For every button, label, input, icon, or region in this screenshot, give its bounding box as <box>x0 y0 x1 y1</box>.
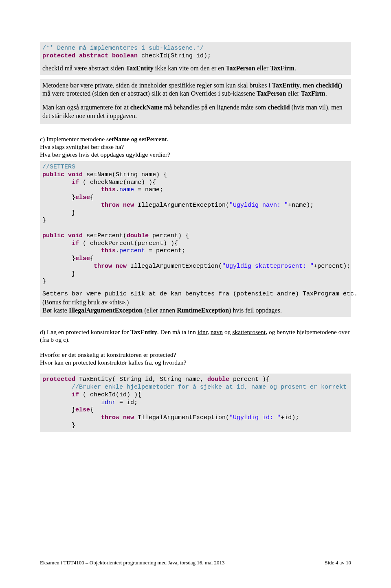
kw: this <box>101 186 116 193</box>
string: "Ugyldig navn: " <box>229 202 288 209</box>
text: ikke kan vite om den er en <box>154 65 226 72</box>
text: . <box>294 65 296 72</box>
code-text: } <box>42 217 46 224</box>
text: må behandles på en lignende måte som <box>163 104 268 111</box>
text: Hvorfor er det ønskelig at konstruktøren… <box>40 351 351 359</box>
code-text <box>42 186 101 193</box>
text: , <box>207 328 211 335</box>
code-text: checkId(String id); <box>138 52 211 59</box>
kw: throw new <box>101 414 134 421</box>
text-bold: TaxEntity <box>272 82 300 89</box>
kw: protected abstract boolean <box>42 52 138 59</box>
task-d-prompt: d) Lag en protected konstruktør for TaxE… <box>40 328 351 367</box>
code-text: { <box>90 194 94 201</box>
text: d) Lag en protected konstruktør for <box>40 328 130 335</box>
code-text: } <box>42 210 75 216</box>
text: Metodene bør være private, siden de inne… <box>42 82 272 89</box>
text: c) Implementer metodene s <box>40 136 109 142</box>
field: percent <box>119 247 145 254</box>
text-underline: skatteprosent <box>232 328 266 335</box>
code-text: percent ){ <box>229 376 270 383</box>
text: . Den må ta inn <box>157 328 198 335</box>
text: Hvor kan en protected konstruktør kalles… <box>40 359 351 367</box>
code-text: } <box>42 422 75 429</box>
kw: else <box>75 194 90 201</box>
text: eller <box>286 90 301 97</box>
code-text: Setters bør være public slik at de kan b… <box>42 291 358 297</box>
code-text: . <box>116 186 119 193</box>
code-text: } <box>42 278 46 285</box>
text-underline: idnr <box>198 328 207 335</box>
code-text <box>42 202 101 209</box>
text: Hva slags synlighet bør disse ha? <box>40 143 351 151</box>
text: ) hvis feil oppdages. <box>229 307 282 314</box>
text-bold: TaxEntity <box>130 328 157 335</box>
text: må være protected (siden den er abstract… <box>42 90 257 97</box>
kw: double <box>207 376 229 383</box>
code-text <box>42 391 72 398</box>
text: Man kan også argumentere for at <box>42 104 130 111</box>
kw: if <box>72 391 79 398</box>
code-text: setName(String name) { <box>83 171 167 178</box>
kw: if <box>72 179 79 186</box>
code-text: IllegalArgumentException( <box>127 263 222 270</box>
code-text: ( checkId(id) ){ <box>79 391 141 398</box>
kw: if <box>72 240 79 247</box>
code-text <box>42 414 101 421</box>
code-text: . <box>116 247 119 254</box>
kw: public void <box>42 171 83 178</box>
text-bold: TaxFirm <box>270 65 294 72</box>
task-c-prompt: c) Implementer metodene setName og setPe… <box>40 136 351 159</box>
kw: else <box>75 407 90 413</box>
text: . <box>325 90 327 97</box>
text-bold: etName og setPercent <box>109 136 167 142</box>
text: Hva bør gjøres hvis det oppdages ugyldig… <box>40 151 351 159</box>
text-bold: TaxPerson <box>226 65 255 72</box>
kw: public void <box>42 232 83 239</box>
code-block-setters: //SETTERS public void setName(String nam… <box>40 161 351 317</box>
code-text: = percent; <box>145 247 185 254</box>
code-text: TaxEntity( String id, String name, <box>75 376 207 383</box>
text-bold: TaxFirm <box>301 90 325 97</box>
answer-block-method-visibility: Metodene bør være private, siden de inne… <box>40 79 351 125</box>
javadoc-comment: /** Denne må implementeres i sub-klassen… <box>42 45 204 52</box>
code-text: +name); <box>288 202 314 209</box>
text-bold: RuntimeException <box>177 307 229 314</box>
code-text: IllegalArgumentException( <box>134 202 229 209</box>
text-bold: IllegalArgumentException <box>69 307 143 314</box>
code-text: { <box>90 255 94 262</box>
text: , men <box>300 82 316 89</box>
code-text: +percent); <box>314 263 350 270</box>
code-text: percent) { <box>149 232 189 239</box>
field: idnr <box>101 399 116 406</box>
text: Bør kaste <box>42 307 69 314</box>
kw: else <box>75 255 90 262</box>
kw: double <box>127 232 149 239</box>
text: . <box>167 136 169 142</box>
code-text: } <box>42 407 75 413</box>
code-text: setPercent( <box>83 232 127 239</box>
code-block-checkid: /** Denne må implementeres i sub-klassen… <box>40 42 351 75</box>
code-text: } <box>42 271 75 278</box>
code-text: } <box>42 194 75 201</box>
code-text: ( checkPercent(percent) ){ <box>79 240 178 247</box>
code-text <box>42 247 101 254</box>
text: og <box>223 328 232 335</box>
text-bold: TaxEntity <box>126 65 154 72</box>
code-text: IllegalArgumentException( <box>134 414 229 421</box>
text-bold: checkName <box>130 104 163 111</box>
text-bold: checkId <box>268 104 290 111</box>
text-bold: checkId() <box>316 82 342 89</box>
text-bold: TaxPerson <box>257 90 286 97</box>
text: (Bonus for riktig bruk av «this».) <box>42 299 129 306</box>
text: checkId må være abstract siden <box>42 65 126 72</box>
code-text: +id); <box>281 414 299 421</box>
code-text: = id; <box>116 399 138 406</box>
comment: //Bruker enkle hjelpemetoder for å sjekk… <box>42 384 347 391</box>
comment: //SETTERS <box>42 164 75 170</box>
code-text <box>42 399 101 406</box>
code-text <box>42 179 72 186</box>
code-text: } <box>42 255 75 262</box>
kw: throw new <box>94 263 127 270</box>
code-text: = name; <box>134 186 163 193</box>
